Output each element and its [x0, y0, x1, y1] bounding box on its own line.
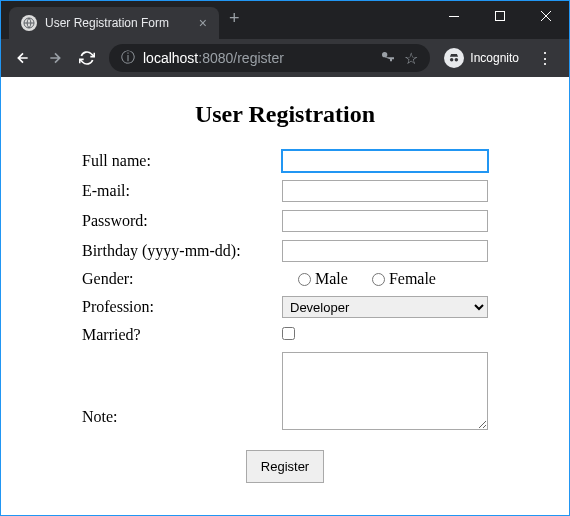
profession-select[interactable]: Developer	[282, 296, 488, 318]
svg-point-3	[450, 58, 454, 62]
email-input[interactable]	[282, 180, 488, 202]
married-checkbox[interactable]	[282, 327, 295, 340]
fullname-label: Full name:	[76, 146, 276, 176]
registration-form: Full name: E-mail: Password: Birthday (y…	[41, 146, 529, 487]
globe-icon	[21, 15, 37, 31]
married-label: Married?	[76, 322, 276, 348]
birthday-label: Birthday (yyyy-mm-dd):	[76, 236, 276, 266]
svg-rect-2	[496, 12, 505, 21]
close-icon[interactable]: ×	[199, 15, 207, 31]
gender-male-radio[interactable]	[298, 273, 311, 286]
fullname-input[interactable]	[282, 150, 488, 172]
password-input[interactable]	[282, 210, 488, 232]
incognito-icon	[444, 48, 464, 68]
url-text: localhost:8080/register	[143, 50, 284, 66]
note-textarea[interactable]	[282, 352, 488, 430]
gender-female-radio[interactable]	[372, 273, 385, 286]
incognito-label: Incognito	[470, 51, 519, 65]
address-bar[interactable]: ⓘ localhost:8080/register ☆	[109, 44, 430, 72]
menu-button[interactable]: ⋮	[529, 49, 561, 68]
gender-male-option[interactable]: Male	[298, 270, 348, 288]
maximize-button[interactable]	[477, 1, 523, 31]
birthday-input[interactable]	[282, 240, 488, 262]
profession-label: Profession:	[76, 292, 276, 322]
close-window-button[interactable]	[523, 1, 569, 31]
page-heading: User Registration	[41, 101, 529, 128]
browser-titlebar: User Registration Form × +	[1, 1, 569, 39]
email-label: E-mail:	[76, 176, 276, 206]
tab-title: User Registration Form	[45, 16, 169, 30]
password-label: Password:	[76, 206, 276, 236]
incognito-badge: Incognito	[438, 48, 525, 68]
minimize-button[interactable]	[431, 1, 477, 31]
note-label: Note:	[76, 348, 276, 438]
svg-point-4	[455, 58, 459, 62]
browser-toolbar: ⓘ localhost:8080/register ☆ Incognito ⋮	[1, 39, 569, 77]
gender-label: Gender:	[76, 266, 276, 292]
key-icon[interactable]	[380, 48, 396, 68]
reload-button[interactable]	[73, 44, 101, 72]
browser-tab[interactable]: User Registration Form ×	[9, 7, 219, 39]
new-tab-button[interactable]: +	[219, 4, 250, 33]
page-content: User Registration Full name: E-mail: Pas…	[1, 77, 569, 511]
forward-button[interactable]	[41, 44, 69, 72]
svg-rect-1	[449, 16, 459, 17]
gender-female-option[interactable]: Female	[372, 270, 436, 288]
register-button[interactable]: Register	[246, 450, 324, 483]
info-icon: ⓘ	[121, 49, 135, 67]
back-button[interactable]	[9, 44, 37, 72]
bookmark-icon[interactable]: ☆	[404, 49, 418, 68]
